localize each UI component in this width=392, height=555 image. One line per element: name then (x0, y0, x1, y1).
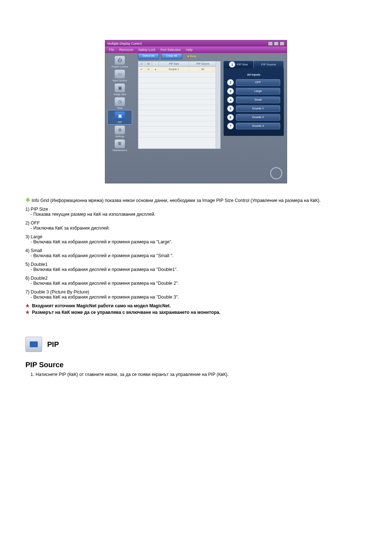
lead-note: ✱ Info Grid (Информационна мрежа) показв… (25, 198, 367, 203)
pip-panel: 1PIP Size PIP Source All Inputs 2OFF 3La… (224, 61, 284, 136)
option-double2[interactable]: 6Double 2 (227, 114, 280, 121)
image-size-icon: ▣ (115, 84, 125, 92)
power-ring-icon (270, 167, 282, 179)
sidebar-item-settings[interactable]: ⚙Settings (105, 125, 134, 138)
option-double1[interactable]: 5Double 1 (227, 105, 280, 112)
wrench-icon: 🛠 (115, 139, 125, 148)
list-item: 6) Double2- Включва КвК на избрания дисп… (25, 276, 367, 286)
scrollbar[interactable] (216, 61, 220, 149)
sidebar-item-time[interactable]: ◷Time (105, 96, 134, 110)
note-line: ★Размерът на КвК може да се управлява с … (25, 310, 367, 315)
menu-remocon[interactable]: Remocon (119, 48, 134, 52)
list-item: 5) Double1- Включва КвК на избрания дисп… (25, 262, 367, 272)
sidebar-item-input-source[interactable]: ▭Input Source (105, 69, 134, 82)
asterisk-icon: ✱ (25, 198, 30, 203)
busy-indicator: ● Busy (187, 54, 196, 58)
window-title: Multiple Display Control (107, 42, 142, 45)
minimize-icon[interactable]: _ (268, 41, 273, 46)
pip-section-icon (25, 337, 42, 352)
sidebar-item-power-control[interactable]: ⏻Power Control (105, 55, 134, 69)
list-item: 1) PIP Size- Показва текущия размер на К… (25, 207, 367, 217)
sidebar-item-image-size[interactable]: ▣Image Size (105, 82, 134, 96)
option-off[interactable]: 2OFF (227, 79, 280, 86)
list-item: 3) Large- Включва КвК на избрания диспле… (25, 234, 367, 244)
gear-icon: ⚙ (115, 126, 125, 134)
tab-pip-size[interactable]: 1PIP Size (224, 61, 253, 68)
menu-port-selection[interactable]: Port Selection (160, 48, 181, 52)
section-subtitle: PIP Source (25, 361, 367, 369)
step-item: 1. Натиснете PIP (КвК) от главните икони… (30, 372, 367, 377)
pip-icon: ▣ (115, 112, 125, 120)
power-icon: ⏻ (115, 56, 125, 65)
option-large[interactable]: 3Large (227, 88, 280, 94)
sidebar-item-maintenance[interactable]: 🛠Maintenance (105, 138, 134, 152)
option-double3[interactable]: 7Double 3 (227, 123, 280, 129)
body-text: ✱ Info Grid (Информационна мрежа) показв… (25, 198, 367, 377)
list-item: 2) OFF- Изключва КвК за избрания дисплей… (25, 220, 367, 231)
grid-header: ☑ ID PIP Size PIP Source (138, 61, 220, 67)
clear-all-button[interactable]: Clear All (161, 53, 182, 59)
menu-help[interactable]: Help (186, 48, 193, 52)
note-line: ★Входният източник MagicNet работи само … (25, 303, 367, 308)
panel-title: All Inputs (227, 73, 280, 76)
section-title: PIP (47, 340, 59, 349)
clock-icon: ◷ (115, 97, 125, 106)
sidebar-item-pip[interactable]: ▣PIP (107, 110, 132, 125)
window-controls: _ □ × (268, 41, 285, 46)
app-screenshot: Multiple Display Control _ □ × File Remo… (105, 40, 287, 183)
tab-pip-source[interactable]: PIP Source (254, 61, 283, 68)
input-icon: ▭ (115, 70, 125, 78)
menu-safety-lock[interactable]: Safety Lock (138, 48, 155, 52)
close-icon[interactable]: × (279, 41, 285, 46)
table-row[interactable]: ✔ 0 ● Double 1 AV (138, 67, 220, 72)
list-item: 7) Double 3 (Picture By Picture)- Включв… (25, 289, 367, 300)
section-heading: PIP (25, 337, 367, 352)
star-icon: ★ (25, 303, 30, 308)
select-all-button[interactable]: Select All (138, 53, 159, 59)
menu-bar: File Remocon Safety Lock Port Selection … (105, 46, 287, 53)
star-icon: ★ (25, 310, 30, 315)
sidebar: ⏻Power Control ▭Input Source ▣Image Size… (105, 53, 134, 183)
toolbar: Select All Clear All ● Busy (138, 53, 196, 59)
info-grid: ☑ ID PIP Size PIP Source ✔ 0 ● Double 1 … (138, 61, 221, 149)
maximize-icon[interactable]: □ (274, 41, 279, 46)
list-item: 4) Small- Включва КвК на избрания диспле… (25, 248, 367, 258)
option-small[interactable]: 4Small (227, 97, 280, 103)
window-titlebar: Multiple Display Control _ □ × (105, 40, 287, 46)
menu-file[interactable]: File (109, 48, 114, 52)
